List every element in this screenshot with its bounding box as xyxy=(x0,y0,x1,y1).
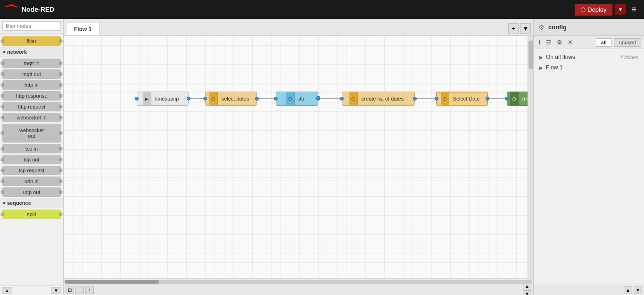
canvas-hscroll-thumb xyxy=(65,280,159,284)
port-right xyxy=(59,61,63,65)
section-arrow: ▾ xyxy=(3,50,5,55)
sidebar-scroll-down[interactable]: ▼ xyxy=(51,287,61,294)
canvas-bottom-bar: ⊡ − + ▲ ▼ xyxy=(64,285,533,295)
output-port xyxy=(486,97,489,101)
port-left xyxy=(0,131,4,135)
canvas-node-timestamp[interactable]: ▶ timestamp xyxy=(137,92,189,106)
panel-scroll-down[interactable]: ▼ xyxy=(634,287,642,294)
input-port xyxy=(274,97,278,101)
zoom-out-button[interactable]: − xyxy=(75,287,84,294)
sidebar-item-http-request[interactable]: http request xyxy=(2,102,61,111)
port-right xyxy=(59,116,63,119)
hamburger-menu-button[interactable]: ≡ xyxy=(628,3,639,17)
port-left xyxy=(0,72,4,76)
sidebar-item-http-response[interactable]: http response xyxy=(2,91,61,101)
canvas-grid: ▶ timestamp ⬡ select dates ⬡ xyxy=(64,36,528,278)
section-label: sequence xyxy=(7,200,31,206)
sidebar-item-websocket-in[interactable]: websocket in xyxy=(2,113,61,122)
node-label: filter xyxy=(27,38,37,44)
section-left: ▶ Flow 1 xyxy=(539,64,562,71)
sidebar-item-websocket-out[interactable]: websocket out xyxy=(2,124,61,143)
output-port xyxy=(255,97,259,101)
port-left xyxy=(0,39,4,43)
sidebar-section-sequence[interactable]: ▾ sequence xyxy=(0,198,63,208)
port-left xyxy=(0,190,4,194)
topbar-left: Node-RED xyxy=(5,4,54,15)
port-right xyxy=(59,158,63,161)
sidebar-item-filter[interactable]: filter xyxy=(2,36,61,46)
port-left xyxy=(0,169,4,172)
canvas-vscroll[interactable] xyxy=(528,36,533,278)
canvas-vscroll-thumb xyxy=(528,41,533,69)
node-label: http request xyxy=(18,104,45,110)
section-arrow: ▾ xyxy=(3,201,5,206)
node-icon: ⬡ xyxy=(441,93,449,105)
section-left: ▶ On all flows xyxy=(539,54,575,60)
tab-unused[interactable]: unused xyxy=(614,38,641,47)
sidebar-item-udp-out[interactable]: udp out xyxy=(2,187,61,197)
node-label: tcp in xyxy=(25,146,38,152)
node-label: websocket xyxy=(19,127,44,133)
port-right xyxy=(59,212,63,216)
canvas-node-msg-payload[interactable]: ⬡ msg payload xyxy=(507,92,528,106)
sidebar-item-http-in[interactable]: http in xyxy=(2,80,61,90)
node-label: mqtt in xyxy=(24,60,39,66)
nodered-logo xyxy=(5,4,18,15)
sidebar-item-udp-in[interactable]: udp in xyxy=(2,177,61,186)
right-panel-bottom: ▲ ▼ xyxy=(534,285,644,295)
sidebar-scroll-up[interactable]: ▲ xyxy=(2,287,12,294)
topbar-right: ⬡ Deploy ▼ ≡ xyxy=(575,3,639,17)
zoom-in-button[interactable]: + xyxy=(85,287,94,294)
canvas-wrapper[interactable]: ▶ timestamp ⬡ select dates ⬡ xyxy=(64,36,528,278)
canvas-node-select-dates[interactable]: ⬡ select dates xyxy=(205,92,257,106)
input-port xyxy=(203,97,207,101)
sidebar-item-split[interactable]: split xyxy=(2,210,61,219)
canvas-scroll-up[interactable]: ▲ xyxy=(523,283,531,290)
canvas-node-select-date[interactable]: ⬡ Select Date xyxy=(436,92,488,106)
config-title: config xyxy=(548,24,567,31)
canvas-hscroll[interactable] xyxy=(64,278,533,285)
sidebar-item-tcp-request[interactable]: tcp request xyxy=(2,166,61,175)
toolbar-icons: ℹ ☰ ⚙ ✕ xyxy=(537,38,575,47)
tab-all[interactable]: all xyxy=(596,38,612,47)
node-label: tcp out xyxy=(24,157,39,162)
port-left xyxy=(0,61,4,65)
sidebar-item-tcp-out[interactable]: tcp out xyxy=(2,155,61,164)
info-button[interactable]: ℹ xyxy=(537,38,543,47)
section-label: network xyxy=(7,49,27,55)
port-left xyxy=(0,147,4,151)
deploy-dropdown-button[interactable]: ▼ xyxy=(615,4,626,15)
port-left xyxy=(0,158,4,161)
tabs-actions: + ▼ xyxy=(508,23,531,35)
close-button[interactable]: ✕ xyxy=(566,38,575,47)
search-input[interactable] xyxy=(2,21,61,31)
node-icon: ⬡ xyxy=(349,92,358,105)
right-panel-tabs: all unused xyxy=(596,38,641,47)
canvas-node-db[interactable]: ⬡ db xyxy=(276,92,318,106)
config-section-flow1[interactable]: ▶ Flow 1 xyxy=(537,62,641,73)
sidebar-section-network[interactable]: ▾ network xyxy=(0,47,63,57)
topbar: Node-RED ⬡ Deploy ▼ ≡ xyxy=(0,0,644,19)
canvas-scroll-down[interactable]: ▼ xyxy=(523,290,531,295)
deploy-button[interactable]: ⬡ Deploy xyxy=(575,4,612,16)
port-left xyxy=(0,83,4,87)
node-label-2: out xyxy=(28,133,35,139)
app-title: Node-RED xyxy=(22,6,54,13)
tab-flow1[interactable]: Flow 1 xyxy=(66,23,99,35)
settings-button[interactable]: ⚙ xyxy=(555,38,564,47)
config-section-all-flows[interactable]: ▶ On all flows 4 hidden xyxy=(537,52,641,62)
right-panel-header: ⚙ config xyxy=(534,19,644,36)
add-tab-button[interactable]: + xyxy=(508,23,519,34)
list-button[interactable]: ☰ xyxy=(544,38,553,47)
tab-list-button[interactable]: ▼ xyxy=(520,23,531,34)
node-icon: ⬡ xyxy=(510,92,519,105)
sidebar-item-tcp-in[interactable]: tcp in xyxy=(2,144,61,153)
sidebar-item-mqtt-in[interactable]: mqtt in xyxy=(2,59,61,68)
node-label: udp in xyxy=(25,178,39,184)
input-port xyxy=(505,97,509,101)
sidebar-item-mqtt-out[interactable]: mqtt out xyxy=(2,69,61,79)
zoom-fit-button[interactable]: ⊡ xyxy=(66,287,74,294)
canvas-node-create-list[interactable]: ⬡ create list of dates xyxy=(342,92,415,106)
panel-scroll-up[interactable]: ▲ xyxy=(624,287,632,294)
deploy-icon: ⬡ xyxy=(580,6,586,13)
